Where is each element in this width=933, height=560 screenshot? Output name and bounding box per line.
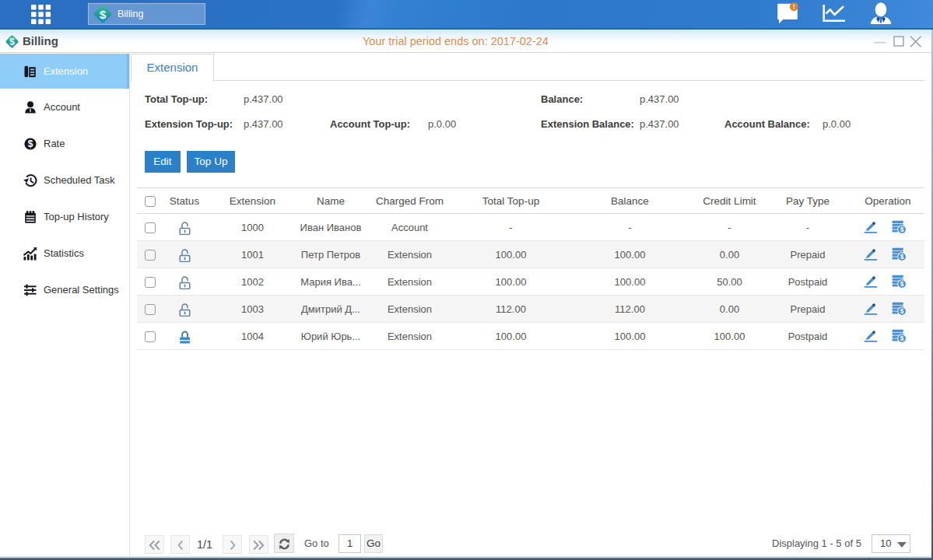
svg-text:$: $: [900, 253, 904, 261]
svg-text:$: $: [900, 307, 904, 315]
svg-text:$: $: [28, 138, 33, 149]
svg-text:$: $: [900, 280, 904, 288]
svg-text:$: $: [100, 8, 107, 21]
svg-text:$: $: [9, 37, 15, 47]
svg-text:$: $: [900, 334, 904, 342]
svg-text:$: $: [900, 226, 904, 233]
